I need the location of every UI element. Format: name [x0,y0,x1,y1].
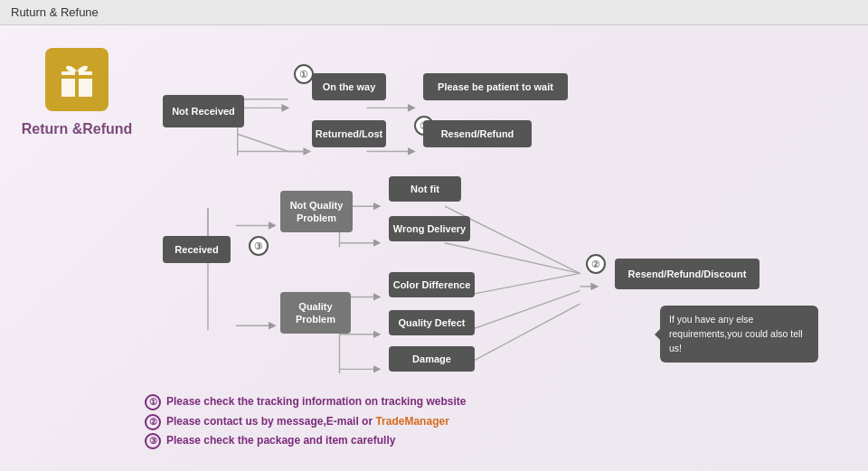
footnote-3-text: Please check the package and item carefu… [166,431,395,451]
footnote-2-text: Please contact us by message,E-mail or T… [166,412,449,432]
footnote-2: ② Please contact us by message,E-mail or… [145,412,841,432]
footnote-1-text: Please check the tracking information on… [166,392,466,412]
callout-box: If you have any else requirements,you co… [660,306,818,363]
node-not-fit: Not fit [389,176,461,202]
page-container: Ruturn & Refune Return &Refund [0,0,868,471]
footnotes: ① Please check the tracking information … [136,392,850,451]
footnote-3: ③ Please check the package and item care… [145,431,841,451]
footnote-1-circle: ① [145,394,161,410]
node-resend-refund-discount: Resend/Refund/Discount [615,259,760,289]
node-received: Received [163,236,231,263]
diagram: ① ② ③ ② Not Received On the way Returned… [136,39,850,456]
svg-rect-3 [61,75,92,79]
svg-line-28 [458,291,580,334]
svg-line-26 [445,243,580,274]
node-damage: Damage [389,346,475,372]
footnote-2-circle: ② [145,414,161,430]
node-color-difference: Color Difference [389,272,475,297]
node-wrong-delivery: Wrong Delivery [389,216,470,241]
node-on-the-way: On the way [312,73,386,100]
footnote-3-circle: ③ [145,433,161,449]
svg-line-29 [458,304,580,369]
node-please-be-patient: Please be patient to wait [423,73,568,100]
footnote-2-highlight: TradeManager [375,415,448,428]
marker-3: ③ [249,236,269,256]
footnote-1: ① Please check the tracking information … [145,392,841,412]
node-not-quality-problem: Not Quality Problem [280,191,353,232]
brand-title: Return &Refund [22,120,133,139]
node-not-received: Not Received [163,95,244,127]
title-bar: Ruturn & Refune [0,0,868,25]
svg-line-27 [458,273,580,297]
page-title: Ruturn & Refune [11,5,99,19]
node-quality-defect: Quality Defect [389,310,475,335]
left-panel: Return &Refund [18,39,136,456]
node-quality-problem: Quality Problem [280,292,351,334]
marker-2-bottom: ② [586,254,606,274]
svg-line-5 [238,134,288,151]
right-panel: ① ② ③ ② Not Received On the way Returned… [136,39,850,456]
node-resend-refund-top: Resend/Refund [423,120,532,147]
gift-icon [45,48,108,111]
marker-1: ① [294,64,314,84]
node-returned-lost: Returned/Lost [312,120,386,147]
